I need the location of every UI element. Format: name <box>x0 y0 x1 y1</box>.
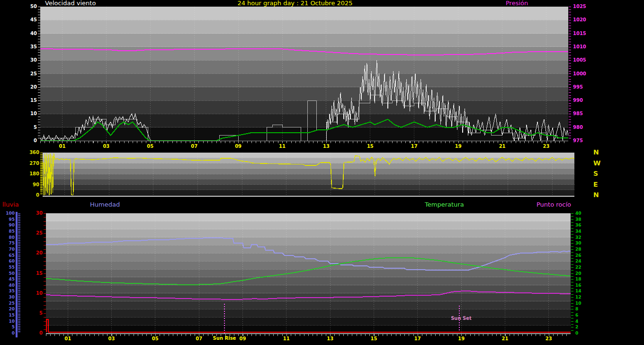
humidity-axis-tick: 40 <box>3 283 15 288</box>
hour-tick-label: 23 <box>539 144 554 149</box>
compass-letter-s-2: S <box>593 170 598 177</box>
wind-axis-tick: 5 <box>23 125 37 130</box>
wind-minor-ticks <box>38 7 40 141</box>
direction-axis-tick: 180 <box>25 171 39 177</box>
humidity-section-label: Humedad <box>90 201 120 208</box>
temperature-axis-tick: 40 <box>575 211 587 216</box>
compass-letter-w-1: W <box>593 160 600 167</box>
direction-axis-tick: 0 <box>25 192 39 198</box>
humidity-axis-tick: 20 <box>3 307 15 311</box>
temperature-axis-tick: 16 <box>575 283 587 288</box>
hour-tick-label: 21 <box>498 336 512 342</box>
rain-minor-ticks <box>44 213 46 333</box>
humidity-axis-tick: 70 <box>3 247 15 252</box>
rain-axis-tick: 0 <box>33 330 43 336</box>
wind-axis-tick: 20 <box>23 84 37 90</box>
humidity-axis-tick: 65 <box>3 253 15 258</box>
temperature-axis-tick: 8 <box>575 307 587 311</box>
wind-axis-tick: 15 <box>23 98 37 103</box>
hour-tick-label: 15 <box>363 144 377 149</box>
top-x-minor-ticks <box>40 141 568 143</box>
hour-tick-label: 03 <box>105 336 119 342</box>
temperature-axis-tick: 32 <box>575 235 587 240</box>
humidity-axis-tick: 100 <box>3 211 15 216</box>
wind-speed-title: Velocidad viento <box>45 0 96 7</box>
compass-letter-e-3: E <box>593 181 598 188</box>
hour-tick-label: 05 <box>148 336 162 342</box>
pressure-axis-tick: 1025 <box>573 4 589 9</box>
humidity-axis-tick: 75 <box>3 241 15 245</box>
humidity-axis-tick: 5 <box>3 325 15 329</box>
humidity-axis-tick: 50 <box>3 271 15 276</box>
hour-tick-label: 17 <box>411 336 425 342</box>
wind-axis-tick: 50 <box>23 4 37 9</box>
weather-24h-graph: Velocidad viento 24 hour graph day : 21 … <box>0 0 644 345</box>
temperature-axis-tick: 6 <box>575 313 587 318</box>
rain-section-label: lluvia <box>2 201 19 208</box>
rain-axis-tick: 10 <box>33 291 43 296</box>
humidity-axis-tick: 85 <box>3 229 15 234</box>
hour-tick-label: 19 <box>451 144 465 149</box>
temperature-axis-tick: 24 <box>575 259 587 263</box>
pressure-axis-tick: 975 <box>573 138 589 144</box>
temperature-axis-tick: 30 <box>575 241 587 245</box>
temperature-axis-tick: 2 <box>575 325 587 329</box>
pressure-title: Presión <box>506 0 528 7</box>
dew-point-section-label: Punto rocío <box>537 201 571 208</box>
hour-tick-label: 01 <box>55 144 69 149</box>
wind-axis-tick: 40 <box>23 31 37 36</box>
temp-humidity-rain-plot <box>46 213 571 333</box>
humidity-axis-tick: 45 <box>3 277 15 281</box>
wind-pressure-plot <box>40 7 568 141</box>
hour-tick-label: 19 <box>454 336 468 342</box>
wind-axis-tick: 25 <box>23 71 37 77</box>
bottom-x-minor-ticks <box>46 334 571 336</box>
pressure-axis-tick: 990 <box>573 98 589 103</box>
hour-tick-label: 07 <box>192 336 206 342</box>
temperature-section-label: Temperatura <box>425 201 464 208</box>
direction-plot-baseline <box>43 196 574 197</box>
humidity-axis-bar <box>16 212 18 337</box>
temperature-axis-tick: 28 <box>575 247 587 252</box>
pressure-axis-tick: 1000 <box>573 71 589 77</box>
pressure-axis-tick: 1020 <box>573 17 589 23</box>
direction-axis-tick: 360 <box>25 150 39 155</box>
temp-humidity-rain-series <box>46 213 571 333</box>
direction-minor-ticks <box>40 153 43 195</box>
hour-tick-label: 03 <box>99 144 113 149</box>
temperature-axis-tick: 14 <box>575 289 587 293</box>
temperature-axis-tick: 26 <box>575 253 587 258</box>
sunset-label: Sun Set <box>451 316 472 321</box>
wind-axis-tick: 35 <box>23 44 37 50</box>
hour-tick-label: 13 <box>323 336 337 342</box>
temperature-axis-tick: 18 <box>575 277 587 281</box>
hour-tick-label: 23 <box>542 336 556 342</box>
hour-tick-label: 01 <box>61 336 75 342</box>
temperature-minor-ticks <box>571 213 573 333</box>
temperature-axis-tick: 38 <box>575 217 587 222</box>
rain-axis-tick: 25 <box>33 230 43 236</box>
pressure-axis-tick: 1015 <box>573 31 589 36</box>
temperature-axis-tick: 22 <box>575 265 587 270</box>
humidity-axis-tick: 95 <box>3 217 15 222</box>
humidity-minor-ticks <box>18 213 20 333</box>
hour-tick-label: 09 <box>236 336 250 342</box>
hour-tick-label: 13 <box>319 144 333 149</box>
temperature-axis-tick: 34 <box>575 229 587 234</box>
pressure-axis-tick: 985 <box>573 111 589 117</box>
sunrise-label: Sun Rise <box>213 336 236 341</box>
temperature-axis-tick: 36 <box>575 223 587 227</box>
temperature-axis-tick: 10 <box>575 301 587 306</box>
humidity-axis-tick: 10 <box>3 319 15 324</box>
hour-tick-label: 11 <box>275 144 289 149</box>
humidity-axis-tick: 80 <box>3 235 15 240</box>
hour-tick-label: 21 <box>495 144 510 149</box>
hour-tick-label: 11 <box>279 336 294 342</box>
hour-tick-label: 07 <box>187 144 201 149</box>
rain-axis-tick: 30 <box>33 210 43 216</box>
wind-axis-tick: 45 <box>23 17 37 23</box>
hour-tick-label: 09 <box>231 144 245 149</box>
temperature-axis-tick: 4 <box>575 319 587 324</box>
humidity-axis-tick: 55 <box>3 265 15 270</box>
pressure-minor-ticks <box>569 7 571 141</box>
